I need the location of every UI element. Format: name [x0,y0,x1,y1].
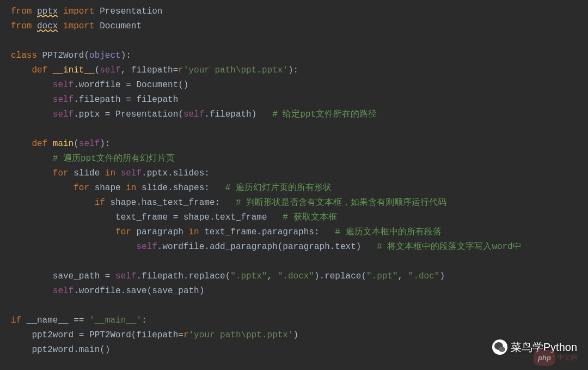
code-line[interactable]: from pptx import Presentation [11,4,588,19]
php-cn-badge: php 中文网 [534,350,577,366]
wechat-icon [492,339,507,355]
code-editor[interactable]: from pptx import Presentationfrom docx i… [0,0,588,362]
code-line[interactable] [11,254,588,269]
code-line[interactable]: self.wordfile.save(save_path) [11,284,588,299]
code-line[interactable]: self.pptx = Presentation(self.filepath) … [11,107,588,122]
code-line[interactable] [11,34,588,48]
code-line[interactable]: from docx import Document [11,19,588,34]
code-line[interactable]: self.wordfile = Document() [11,78,588,93]
code-line[interactable] [11,122,588,137]
code-line[interactable]: def main(self): [11,137,588,151]
code-line[interactable]: def __init__(self, filepath=r'your path\… [11,63,588,78]
code-line[interactable]: text_frame = shape.text_frame # 获取文本框 [11,210,588,225]
code-line[interactable]: self.wordfile.add_paragraph(paragraph.te… [11,240,588,254]
code-line[interactable]: for slide in self.pptx.slides: [11,166,588,181]
code-line[interactable]: class PPT2Word(object): [11,48,588,63]
code-line[interactable]: if __name__ == '__main__': [11,313,588,328]
code-line[interactable]: for shape in slide.shapes: # 遍历幻灯片页的所有形状 [11,181,588,196]
code-line[interactable]: # 遍历ppt文件的所有幻灯片页 [11,151,588,166]
code-line[interactable]: for paragraph in text_frame.paragraphs: … [11,225,588,240]
php-badge-text: 中文网 [558,350,577,365]
code-line[interactable]: self.filepath = filepath [11,93,588,107]
code-line[interactable]: save_path = self.filepath.replace(".pptx… [11,269,588,284]
php-pill: php [534,350,555,366]
code-line[interactable]: if shape.has_text_frame: # 判断形状是否含有文本框，如… [11,196,588,210]
code-line[interactable] [11,299,588,313]
